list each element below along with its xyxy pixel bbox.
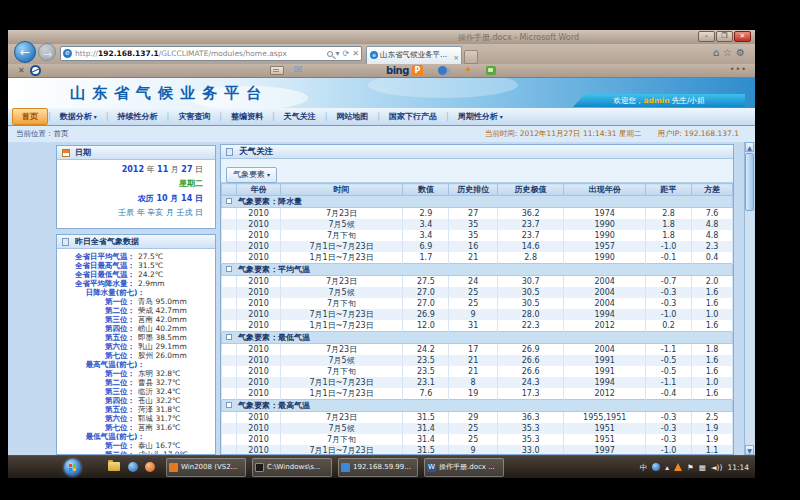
scrollbar-thumb[interactable]: [745, 153, 754, 211]
mail-icon[interactable]: ✉: [294, 64, 302, 75]
taskbar-button-1[interactable]: C:\Windows\s...: [252, 458, 332, 477]
weather-rank-row-label: 第六位：: [57, 342, 135, 351]
table-row[interactable]: 20107月1日~7月23日6.91614.61957-1.02.3: [222, 241, 733, 252]
data-cell: -0.3: [646, 298, 692, 309]
home-icon[interactable]: ⌂: [713, 47, 723, 58]
taskbar-button-3[interactable]: W操作手册.docx ...: [424, 458, 504, 477]
favorites-star-icon[interactable]: ☆: [723, 47, 736, 58]
scroll-up-icon[interactable]: ▲: [745, 142, 754, 152]
ime-indicator[interactable]: 中: [640, 456, 648, 479]
close-button[interactable]: ✕: [734, 31, 751, 42]
browser-tab[interactable]: e山东省气候业务平... ×: [366, 46, 462, 64]
spark-icon[interactable]: ✦: [464, 64, 472, 75]
search-icon[interactable]: [327, 51, 333, 57]
data-cell: 2004: [564, 298, 646, 309]
table-row[interactable]: 20107月5候23.52126.61991-0.51.6: [222, 355, 733, 366]
forward-button[interactable]: →: [38, 43, 56, 61]
table-row[interactable]: 20107月1日~7月23日23.1824.31994-1.11.0: [222, 377, 733, 388]
nav-item-5[interactable]: 天气关注: [275, 109, 325, 124]
new-tab-button[interactable]: [464, 50, 478, 64]
table-row[interactable]: 20107月1日~7月23日31.5933.01997-1.01.1: [222, 445, 733, 455]
data-cell: 2004: [564, 287, 646, 298]
table-row[interactable]: 20107月下旬27.02530.52004-0.31.6: [222, 298, 733, 309]
nav-item-2[interactable]: 持续性分析: [109, 109, 167, 124]
system-tray: 中▴⚑▦◄))11:14: [635, 456, 749, 478]
show-hidden-icons[interactable]: ▴: [665, 456, 669, 479]
network-icon[interactable]: ▦: [699, 456, 706, 479]
weather-rank-row-value: 东明 32.8℃: [135, 369, 181, 378]
scroll-down-icon[interactable]: ▼: [745, 445, 754, 455]
table-row[interactable]: 20107月23日2.92736.219742.87.6: [222, 208, 733, 220]
table-row[interactable]: 20107月下旬23.52126.61991-0.51.6: [222, 366, 733, 377]
weather-rank-row-value: 莒南 31.6℃: [135, 423, 181, 432]
table-row[interactable]: 20107月1日~7月23日26.9928.01994-1.01.0: [222, 309, 733, 320]
nav-item-8[interactable]: 周期性分析: [449, 109, 512, 124]
flame-icon[interactable]: [674, 463, 682, 471]
weather-section-header: 最高气温(前七)：: [57, 360, 215, 369]
data-cell: 1994: [564, 377, 646, 388]
data-cell: 31: [449, 320, 498, 332]
volume-icon[interactable]: ◄)): [711, 456, 723, 479]
bing-box-icon[interactable]: P: [412, 65, 423, 76]
table-row[interactable]: 20101月1日~7月23日12.03122.320120.21.6: [222, 320, 733, 332]
card-icon[interactable]: [270, 66, 284, 75]
column-header: [222, 184, 237, 196]
nav-item-7[interactable]: 国家下行产品: [380, 109, 446, 124]
table-row[interactable]: 20107月5候31.42535.31951-0.31.9: [222, 423, 733, 434]
maximize-button[interactable]: ❐: [716, 31, 733, 42]
group-checkbox[interactable]: [226, 266, 232, 272]
table-row[interactable]: 20107月下旬3.43523.719901.84.8: [222, 230, 733, 241]
tab-close-icon[interactable]: ×: [453, 50, 459, 64]
green-app-icon[interactable]: [486, 66, 496, 75]
table-row[interactable]: 20101月1日~7月23日1.7212.81990-0.10.4: [222, 252, 733, 264]
column-header: 方差: [692, 184, 733, 196]
data-cell: 2012: [564, 388, 646, 400]
table-row[interactable]: 20101月1日~7月23日7.61917.32012-0.41.6: [222, 388, 733, 400]
explorer-folder-icon[interactable]: [108, 462, 120, 471]
data-cell: -0.3: [646, 412, 692, 424]
minimize-button[interactable]: –: [698, 31, 715, 42]
weekday: 星期二: [57, 178, 215, 189]
camera-pair-icon[interactable]: [438, 66, 447, 75]
toolbar-close-icon[interactable]: ✕: [18, 66, 25, 75]
data-cell: 1.0: [692, 309, 733, 320]
table-row[interactable]: 20107月23日27.52430.72004-0.72.0: [222, 276, 733, 288]
autocomplete-caret-icon[interactable]: ▾: [336, 48, 340, 60]
element-filter-button[interactable]: 气象要素: [226, 167, 277, 183]
taskbar-button-0[interactable]: Win2008 (VS2...: [166, 458, 246, 477]
table-row[interactable]: 20107月5候27.02530.52004-0.31.6: [222, 287, 733, 298]
weather-rank-row-label: 第五位：: [57, 333, 135, 342]
table-row[interactable]: 20107月5候3.43523.719901.84.8: [222, 219, 733, 230]
taskbar-button-2[interactable]: 192.168.59.99...: [338, 458, 418, 477]
back-button[interactable]: ←: [14, 41, 36, 63]
nav-item-0[interactable]: 首页: [12, 108, 48, 125]
browser-quick-icon[interactable]: [145, 462, 155, 472]
nav-item-6[interactable]: 网站地图: [327, 109, 377, 124]
data-cell: 7.6: [403, 388, 449, 400]
data-cell: 26.9: [403, 309, 449, 320]
bing-logo[interactable]: bing: [386, 65, 409, 76]
table-row[interactable]: 20107月下旬31.42535.31951-0.31.9: [222, 434, 733, 445]
page-title: 山东省气候业务平台: [70, 84, 268, 103]
group-checkbox[interactable]: [226, 334, 232, 340]
table-row[interactable]: 20107月23日24.21726.92004-1.11.8: [222, 344, 733, 356]
cloud-decoration: [368, 78, 518, 98]
vertical-scrollbar[interactable]: ▲ ▼: [744, 142, 754, 455]
more-dots-icon[interactable]: •••: [730, 65, 747, 74]
media-player-icon[interactable]: [128, 462, 138, 472]
group-checkbox[interactable]: [226, 198, 232, 204]
action-center-flag-icon[interactable]: ⚑: [687, 456, 694, 479]
table-row[interactable]: 20107月23日31.52936.31955,1951-0.32.5: [222, 412, 733, 424]
address-bar[interactable]: e http://192.168.137.1/GLCCLIMATE/module…: [60, 46, 362, 61]
blue-app-icon[interactable]: [652, 463, 660, 471]
data-cell: 25: [449, 434, 498, 445]
start-button[interactable]: [64, 459, 81, 476]
nav-item-4[interactable]: 整编资料: [222, 109, 272, 124]
settings-gear-icon[interactable]: ⚙: [736, 47, 749, 58]
nav-item-3[interactable]: 灾害查询: [169, 109, 219, 124]
refresh-icon[interactable]: ⟳: [343, 48, 350, 60]
nav-item-1[interactable]: 数据分析: [51, 109, 106, 124]
stop-icon[interactable]: ✕: [352, 48, 359, 60]
weather-rank-row-label: 第一位：: [57, 369, 135, 378]
group-checkbox[interactable]: [226, 402, 232, 408]
